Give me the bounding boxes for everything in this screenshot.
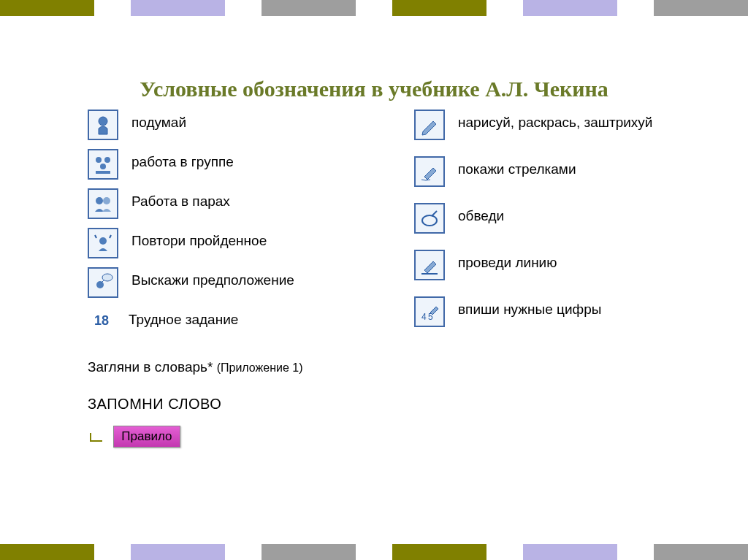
legend-left-column: подумай работа в группе Работа в парах П… — [88, 110, 363, 343]
pencil-arrow-icon — [414, 156, 445, 187]
remember-word: ЗАПОМНИ СЛОВО — [88, 396, 690, 413]
group-icon — [88, 149, 118, 180]
dictionary-text: Загляни в словарь* — [88, 359, 213, 375]
legend-label: нарисуй, раскрась, заштрихуй — [458, 110, 652, 132]
legend-item-group: работа в группе — [88, 149, 363, 180]
dictionary-line: Загляни в словарь* (Приложение 1) — [88, 359, 690, 375]
digits-icon: 45 — [414, 296, 445, 327]
think-icon — [88, 110, 118, 140]
rule-row: Правило — [88, 426, 690, 448]
legend-label: впиши нужные цифры — [458, 296, 601, 319]
bottom-border — [0, 544, 748, 560]
legend-label: работа в группе — [131, 149, 234, 172]
legend-label: Работа в парах — [131, 188, 230, 211]
top-border — [0, 0, 748, 16]
legend-item-guess: Выскажи предположение — [88, 267, 363, 298]
svg-point-7 — [99, 237, 107, 245]
svg-point-6 — [103, 197, 110, 204]
appendix-text: (Приложение 1) — [217, 361, 303, 374]
svg-point-5 — [96, 197, 103, 204]
hard-number-icon: 18 — [88, 307, 115, 334]
svg-point-2 — [104, 157, 110, 163]
legend-item-hard: 18 Трудное задание — [88, 307, 363, 334]
pairs-icon — [88, 188, 118, 219]
legend-item-circle: обведи — [414, 203, 690, 234]
rule-pill: Правило — [113, 426, 180, 448]
legend-label: обведи — [458, 203, 504, 226]
slide-title: Условные обозначения в учебнике А.Л. Чек… — [0, 77, 748, 101]
footer-block: Загляни в словарь* (Приложение 1) ЗАПОМН… — [88, 359, 690, 448]
pencil-icon — [414, 110, 445, 140]
svg-text:4: 4 — [421, 312, 427, 322]
legend-label: покажи стрелками — [458, 156, 576, 179]
legend-item-draw: нарисуй, раскрась, заштрихуй — [414, 110, 690, 140]
legend-label: подумай — [131, 110, 186, 132]
svg-point-9 — [102, 274, 112, 281]
circle-icon — [414, 203, 445, 234]
legend-label: Повтори пройденное — [131, 228, 267, 250]
legend-label: проведи линию — [458, 250, 557, 272]
legend-content: подумай работа в группе Работа в парах П… — [88, 110, 690, 516]
repeat-icon — [88, 228, 118, 258]
legend-label: Трудное задание — [129, 307, 238, 329]
legend-label: Выскажи предположение — [131, 267, 294, 290]
svg-point-1 — [96, 157, 102, 163]
legend-item-digits: 45 впиши нужные цифры — [414, 296, 690, 327]
svg-point-0 — [99, 117, 107, 126]
guess-icon — [88, 267, 118, 298]
legend-item-arrows: покажи стрелками — [414, 156, 690, 187]
pencil-line-icon — [414, 250, 445, 280]
rule-tick-icon — [88, 428, 105, 445]
legend-right-column: нарисуй, раскрась, заштрихуй покажи стре… — [414, 110, 690, 343]
legend-item-repeat: Повтори пройденное — [88, 228, 363, 258]
legend-item-pairs: Работа в парах — [88, 188, 363, 219]
legend-item-line: проведи линию — [414, 250, 690, 280]
legend-item-think: подумай — [88, 110, 363, 140]
svg-point-8 — [96, 281, 104, 288]
svg-rect-4 — [96, 171, 110, 174]
svg-point-10 — [422, 215, 437, 226]
svg-point-3 — [100, 164, 106, 169]
